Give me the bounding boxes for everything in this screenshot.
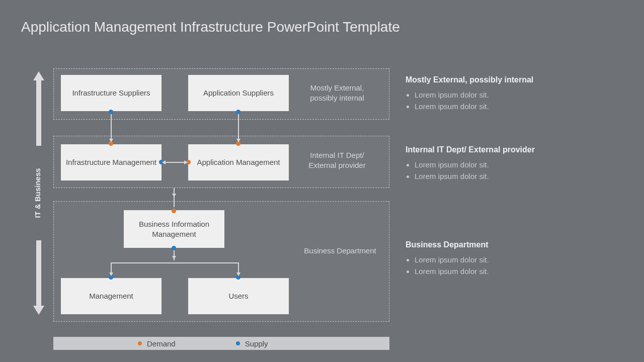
desc-external: Mostly External, possibly internal Lorem…	[406, 75, 617, 112]
desc-bullet: Lorem ipsum dolor sit.	[415, 254, 617, 266]
row-external-label: Mostly External, possibly internal	[299, 83, 375, 103]
desc-business: Business Department Lorem ipsum dolor si…	[406, 240, 617, 277]
axis-up-arrowhead	[33, 71, 44, 80]
arrow-down-icon	[172, 194, 176, 197]
connector	[238, 114, 239, 140]
desc-bullet: Lorem ipsum dolor sit.	[415, 101, 617, 113]
axis-down-arrowhead	[33, 306, 44, 315]
box-users: Users	[188, 278, 289, 314]
legend-supply-label: Supply	[245, 339, 268, 348]
box-management: Management	[61, 278, 162, 314]
box-infrastructure-suppliers: Infrastructure Suppliers	[61, 75, 162, 111]
arrow-down-icon	[236, 273, 240, 276]
row-business-label: Business Department	[297, 246, 383, 256]
box-application-suppliers: Application Suppliers	[188, 75, 289, 111]
axis-up-arrow	[36, 79, 41, 146]
desc-bullet: Lorem ipsum dolor sit.	[415, 159, 617, 171]
arrow-down-icon	[109, 139, 113, 142]
connector	[165, 162, 185, 163]
legend-bar: Demand Supply	[53, 337, 389, 350]
desc-bullet: Lorem ipsum dolor sit.	[415, 266, 617, 278]
legend-supply-dot	[236, 341, 240, 345]
connector	[238, 262, 239, 274]
supply-dot	[236, 110, 240, 114]
desc-heading: Internal IT Dept/ External provider	[406, 145, 617, 154]
desc-heading: Mostly External, possibly internal	[406, 75, 617, 84]
box-application-management: Application Management	[188, 144, 289, 180]
arrow-right-icon	[184, 160, 188, 164]
axis-label: IT & Business	[33, 163, 42, 223]
connector	[111, 262, 238, 263]
connector	[174, 188, 175, 207]
arrow-down-icon	[172, 256, 176, 259]
legend-demand-dot	[138, 341, 142, 345]
arrow-down-icon	[109, 273, 113, 276]
legend-demand-label: Demand	[147, 339, 176, 348]
box-business-information-management: Business Information Management	[124, 210, 224, 248]
row-it-provider-label: Internal IT Dept/ External provider	[299, 150, 375, 170]
supply-dot	[172, 246, 176, 250]
desc-bullet: Lorem ipsum dolor sit.	[415, 171, 617, 183]
connector	[111, 262, 112, 274]
desc-bullet: Lorem ipsum dolor sit.	[415, 89, 617, 101]
supply-dot	[109, 110, 113, 114]
desc-heading: Business Department	[406, 240, 617, 249]
desc-it-provider: Internal IT Dept/ External provider Lore…	[406, 145, 617, 182]
axis-down-arrow	[36, 240, 41, 307]
page-title: Application Management Infrastructure Po…	[21, 19, 400, 35]
arrow-down-icon	[236, 139, 240, 142]
arrow-left-icon	[162, 160, 166, 164]
connector	[111, 114, 112, 140]
demand-dot	[172, 209, 176, 213]
box-infrastructure-management: Infrastructure Management	[61, 144, 162, 180]
